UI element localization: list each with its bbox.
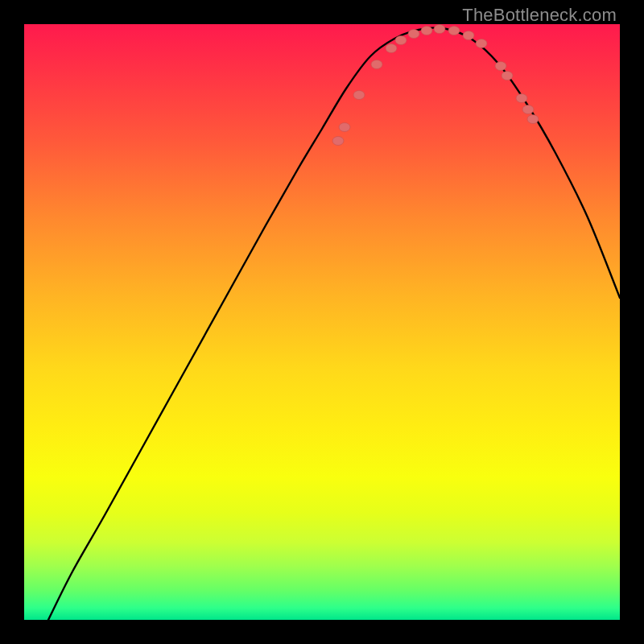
data-point [395, 36, 407, 45]
data-point [408, 30, 419, 39]
data-point [332, 137, 344, 146]
data-point [353, 91, 365, 100]
data-point [522, 105, 534, 114]
data-point [448, 27, 460, 35]
data-point [495, 62, 506, 71]
data-point [386, 44, 397, 53]
chart-frame: TheBottleneck.com [0, 0, 644, 644]
curve-svg [24, 24, 620, 620]
data-point [421, 27, 432, 35]
data-point [339, 123, 350, 132]
data-point [502, 72, 513, 80]
watermark-label: TheBottleneck.com [462, 5, 617, 26]
data-point [476, 39, 487, 48]
data-point [371, 60, 382, 69]
data-point [516, 94, 527, 103]
plot-area [24, 24, 620, 620]
data-point [527, 115, 539, 124]
data-point [463, 31, 474, 40]
data-point [434, 25, 445, 34]
data-points [332, 25, 539, 146]
